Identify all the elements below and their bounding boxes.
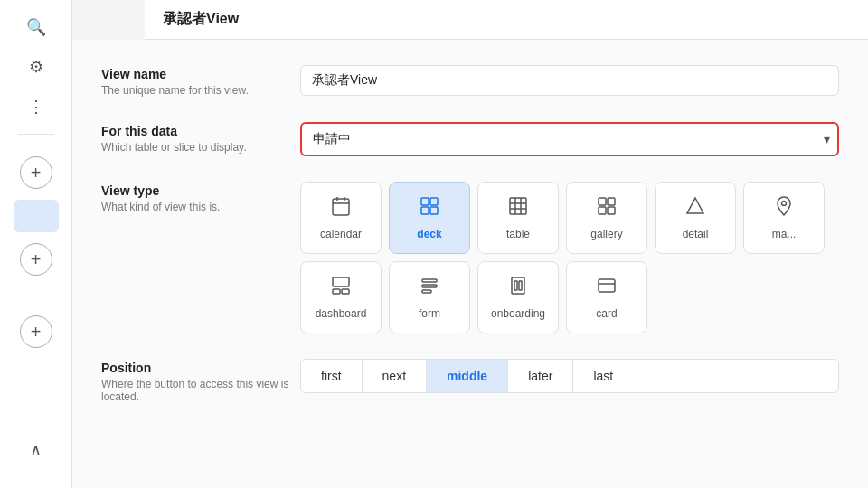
data-select[interactable]: 申請中: [300, 122, 839, 156]
view-type-label: View type: [101, 183, 300, 198]
add-nav-button[interactable]: +: [20, 156, 52, 189]
view-type-row: View type What kind of view this is. cal…: [101, 182, 839, 333]
card-icon: [596, 275, 618, 302]
svg-rect-27: [519, 281, 522, 290]
svg-rect-20: [333, 289, 340, 294]
onboarding-icon: [507, 275, 529, 302]
view-name-control: [300, 65, 839, 96]
view-name-sublabel: The unique name for this view.: [101, 84, 300, 97]
table-icon: [507, 195, 529, 222]
svg-rect-26: [514, 281, 517, 290]
position-last[interactable]: last: [573, 360, 633, 392]
view-name-row: View name The unique name for this view.: [101, 65, 839, 97]
add-nav-button-3[interactable]: +: [20, 315, 52, 348]
dashboard-icon: [330, 275, 352, 302]
for-this-data-label-col: For this data Which table or slice to di…: [101, 122, 300, 154]
position-next[interactable]: next: [363, 360, 427, 392]
add-nav-button-2[interactable]: +: [20, 243, 52, 276]
position-later[interactable]: later: [508, 360, 573, 392]
gallery-label: gallery: [590, 228, 622, 240]
position-middle[interactable]: middle: [427, 360, 508, 392]
for-this-data-sublabel: Which table or slice to display.: [101, 141, 300, 154]
svg-rect-28: [599, 279, 615, 292]
for-this-data-control: 申請中 ▾: [300, 122, 839, 156]
svg-rect-7: [430, 207, 438, 214]
position-label: Position: [101, 361, 300, 375]
svg-rect-0: [333, 199, 349, 215]
card-label: card: [596, 307, 617, 320]
form-label: form: [419, 307, 440, 320]
view-type-sublabel: What kind of view this is.: [101, 201, 300, 213]
svg-rect-6: [421, 207, 429, 214]
form-icon: [419, 275, 440, 302]
collapse-icon[interactable]: ∧: [20, 434, 52, 466]
view-type-control: calendar deck table: [300, 182, 839, 333]
table-label: table: [506, 228, 530, 240]
view-type-onboarding[interactable]: onboarding: [477, 261, 559, 333]
gallery-icon: [596, 195, 618, 222]
view-type-label-col: View type What kind of view this is.: [101, 182, 300, 213]
search-icon[interactable]: 🔍: [20, 11, 52, 43]
view-type-map[interactable]: ma...: [743, 182, 825, 254]
page-title: 承認者View: [163, 10, 239, 29]
position-control: first next middle later last: [300, 359, 839, 393]
svg-rect-5: [430, 198, 438, 205]
view-type-table[interactable]: table: [477, 182, 559, 254]
svg-rect-21: [342, 289, 349, 294]
svg-rect-15: [599, 207, 606, 214]
view-type-deck[interactable]: deck: [389, 182, 470, 254]
view-type-grid: calendar deck table: [300, 182, 839, 333]
map-label: ma...: [772, 228, 797, 240]
settings-icon[interactable]: ⚙: [20, 51, 52, 83]
svg-point-18: [782, 202, 787, 206]
view-name-input[interactable]: [300, 65, 839, 96]
svg-rect-8: [510, 198, 526, 214]
detail-label: detail: [683, 228, 709, 240]
svg-rect-22: [422, 279, 437, 282]
more-icon[interactable]: ⋮: [20, 90, 52, 123]
view-type-dashboard[interactable]: dashboard: [300, 261, 382, 333]
view-type-calendar[interactable]: calendar: [300, 182, 382, 254]
nav-item-active[interactable]: [14, 200, 59, 232]
main-content: View name The unique name for this view.…: [72, 40, 868, 488]
svg-rect-13: [599, 198, 606, 205]
view-name-label-col: View name The unique name for this view.: [101, 65, 300, 97]
calendar-label: calendar: [320, 228, 362, 240]
deck-label: deck: [417, 228, 441, 240]
svg-rect-14: [608, 198, 615, 205]
top-bar: 承認者View: [145, 0, 868, 40]
sidebar-divider: [18, 134, 54, 135]
svg-rect-24: [422, 290, 431, 293]
sidebar-bottom: ∧: [20, 434, 52, 477]
view-type-detail[interactable]: detail: [655, 182, 736, 254]
svg-rect-4: [421, 198, 429, 205]
svg-rect-25: [512, 277, 524, 294]
view-type-gallery[interactable]: gallery: [566, 182, 647, 254]
svg-rect-19: [333, 277, 349, 286]
dashboard-label: dashboard: [316, 307, 367, 320]
position-label-col: Position Where the button to access this…: [101, 359, 300, 403]
svg-rect-16: [608, 207, 615, 214]
data-select-wrapper: 申請中 ▾: [300, 122, 839, 156]
view-name-label: View name: [101, 67, 300, 81]
form-area: View name The unique name for this view.…: [72, 40, 868, 428]
sidebar: 🔍 ⚙ ⋮ + + + ∧: [0, 0, 72, 488]
svg-rect-23: [422, 285, 437, 287]
detail-icon: [684, 195, 706, 222]
svg-marker-17: [687, 198, 703, 213]
view-type-card[interactable]: card: [566, 261, 647, 333]
view-type-form[interactable]: form: [389, 261, 470, 333]
for-this-data-row: For this data Which table or slice to di…: [101, 122, 839, 156]
for-this-data-label: For this data: [101, 124, 300, 138]
calendar-icon: [330, 195, 352, 222]
data-select-value: 申請中: [313, 131, 351, 147]
position-sublabel: Where the button to access this view is …: [101, 378, 300, 403]
deck-icon: [419, 195, 440, 222]
onboarding-label: onboarding: [491, 307, 545, 320]
position-options: first next middle later last: [300, 359, 839, 393]
map-icon: [773, 195, 795, 222]
position-first[interactable]: first: [301, 360, 363, 392]
position-row: Position Where the button to access this…: [101, 359, 839, 403]
nav-items: + + +: [14, 145, 59, 427]
